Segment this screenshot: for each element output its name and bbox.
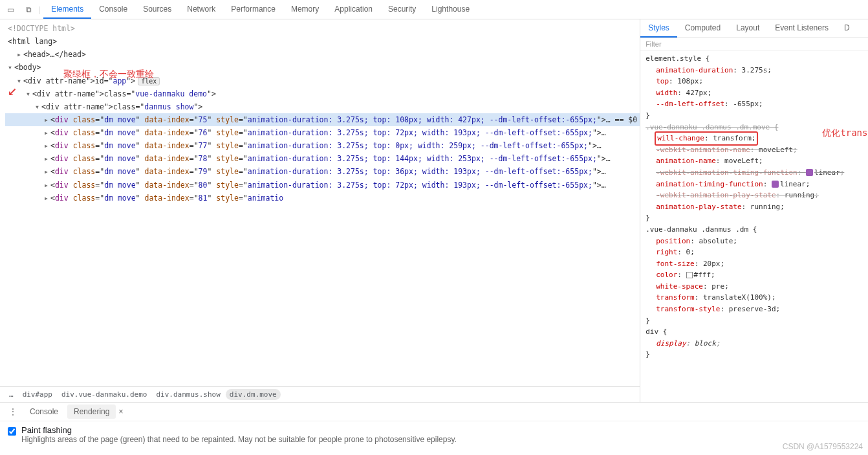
watermark-text: CSDN @A1579553224	[783, 442, 863, 451]
styles-tab[interactable]: Computed	[677, 19, 728, 38]
paint-flash-title: Paint flashing	[21, 425, 457, 435]
dom-node[interactable]: ▸<div class="dm move" data-index="78" st…	[5, 152, 640, 165]
styles-rules[interactable]: 优化transform element.style {animation-dur…	[640, 50, 868, 402]
dom-node[interactable]: <!DOCTYPE html>	[5, 22, 640, 35]
devtools-tab-performance[interactable]: Performance	[223, 1, 283, 19]
dom-node[interactable]: <html lang>	[5, 35, 640, 48]
devtools-tab-network[interactable]: Network	[179, 1, 223, 19]
console-tab[interactable]: Console	[23, 405, 65, 419]
dom-node[interactable]: ▸<div class="dm move" data-index="75" st…	[5, 113, 640, 126]
styles-tab[interactable]: Layout	[728, 19, 767, 38]
breadcrumb-item[interactable]: div#app	[19, 389, 56, 400]
styles-tab[interactable]: Styles	[640, 19, 677, 38]
breadcrumb-item[interactable]: …	[5, 389, 17, 400]
dom-node[interactable]: ▸<div class="dm move" data-index="79" st…	[5, 165, 640, 178]
close-icon[interactable]: ×	[118, 407, 123, 416]
breadcrumb-item[interactable]: div.vue-danmaku.demo	[58, 389, 151, 400]
annotation-arrow-icon: ↙	[8, 76, 17, 104]
styles-tab[interactable]: Event Listeners	[767, 19, 836, 38]
annotation-red-text: 聚绿框，不会一致重绘	[63, 66, 154, 82]
paint-flashing-checkbox[interactable]	[8, 427, 16, 436]
annotation-transform-text: 优化transform	[822, 126, 868, 140]
devtools-tab-lighthouse[interactable]: Lighthouse	[424, 1, 477, 19]
inspect-icon[interactable]: ▭	[3, 2, 18, 17]
styles-filter-input[interactable]: Filter	[640, 38, 868, 50]
rendering-tab[interactable]: Rendering	[67, 405, 116, 419]
device-icon[interactable]: ⧉	[21, 2, 36, 17]
dom-node[interactable]: ▸<head>…</head>	[5, 48, 640, 61]
dom-node[interactable]: ▾<div attr-name">class="danmus show">	[5, 100, 640, 113]
breadcrumb-item[interactable]: div.dm.move	[226, 389, 281, 400]
styles-tab[interactable]: D	[836, 19, 858, 38]
devtools-toolbar: ▭ ⧉ | ElementsConsoleSourcesNetworkPerfo…	[0, 0, 868, 19]
console-drawer: ⋮ Console Rendering × Paint flashing Hig…	[0, 402, 868, 455]
devtools-tab-console[interactable]: Console	[91, 1, 135, 19]
devtools-tab-security[interactable]: Security	[380, 1, 424, 19]
dom-node[interactable]: ▸<div class="dm move" data-index="77" st…	[5, 139, 640, 152]
devtools-tab-sources[interactable]: Sources	[135, 1, 179, 19]
devtools: ▭ ⧉ | ElementsConsoleSourcesNetworkPerfo…	[0, 0, 868, 455]
dom-node[interactable]: ▸<div class="dm move" data-index="81" st…	[5, 192, 640, 205]
elements-panel: 聚绿框，不会一致重绘 ↙ <!DOCTYPE html><html lang>▸…	[0, 19, 640, 402]
drawer-menu-icon[interactable]: ⋮	[5, 404, 21, 419]
dom-node[interactable]: ▸<div class="dm move" data-index="80" st…	[5, 179, 640, 192]
dom-tree[interactable]: 聚绿框，不会一致重绘 ↙ <!DOCTYPE html><html lang>▸…	[0, 19, 640, 386]
styles-panel: StylesComputedLayoutEvent ListenersD Fil…	[640, 19, 868, 402]
dom-node[interactable]: ▾<div attr-name">class="vue-danmaku demo…	[5, 87, 640, 100]
devtools-tab-application[interactable]: Application	[327, 1, 380, 19]
dom-breadcrumb[interactable]: …div#appdiv.vue-danmaku.demodiv.danmus.s…	[0, 386, 640, 402]
breadcrumb-item[interactable]: div.danmus.show	[152, 389, 224, 400]
devtools-tab-memory[interactable]: Memory	[283, 1, 327, 19]
devtools-tab-elements[interactable]: Elements	[43, 1, 91, 19]
dom-node[interactable]: ▸<div class="dm move" data-index="76" st…	[5, 126, 640, 139]
paint-flash-desc: Highlights areas of the page (green) tha…	[21, 435, 457, 444]
